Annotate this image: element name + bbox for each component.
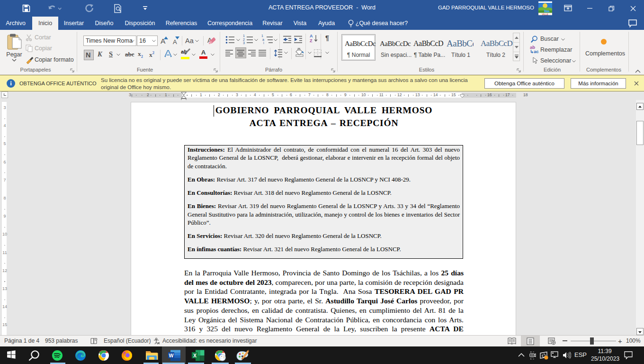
svg-text:W: W xyxy=(169,353,174,358)
svg-text:VALLE: VALLE xyxy=(542,13,548,16)
svg-text:X: X xyxy=(193,353,197,358)
